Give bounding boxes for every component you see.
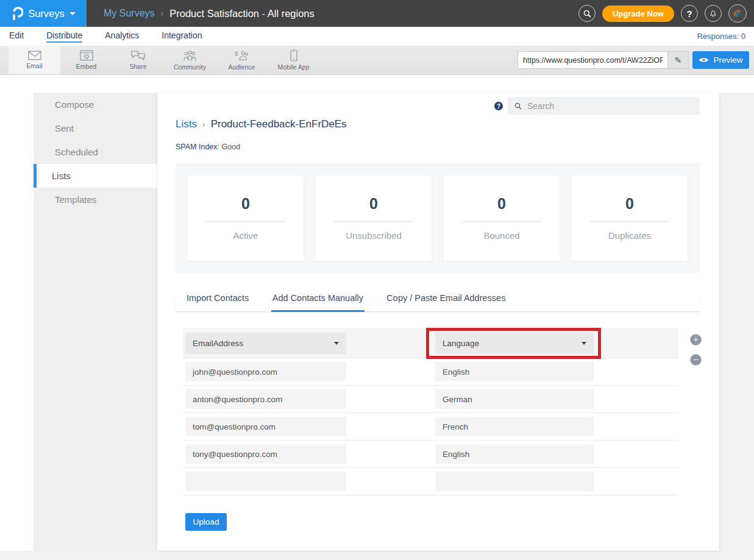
email-column-select[interactable]: EmailAddress <box>185 333 346 354</box>
edit-url-button[interactable]: ✎ <box>667 52 688 68</box>
stat-value: 0 <box>572 195 688 213</box>
chevron-down-icon <box>582 342 586 345</box>
toolbar-item-share[interactable]: Share <box>112 46 164 74</box>
stat-card-unsubscribed: 0 Unsubscribed <box>316 175 432 261</box>
tab-import-contacts[interactable]: Import Contacts <box>185 291 250 312</box>
svg-text:$: $ <box>235 50 238 57</box>
email-input[interactable] <box>185 472 346 491</box>
table-row <box>183 441 678 468</box>
search-button[interactable] <box>578 5 596 22</box>
stat-label: Active <box>188 230 304 241</box>
sidebar-item-sent[interactable]: Sent <box>34 116 157 140</box>
toolbar-item-label: Email <box>26 62 42 69</box>
toolbar-item-label: Mobile App <box>278 63 310 71</box>
language-input[interactable] <box>435 472 594 491</box>
product-name: Surveys <box>28 8 65 19</box>
help-button[interactable]: ? <box>681 5 698 22</box>
spam-index: SPAM Index: Good <box>176 143 240 151</box>
page-title: Product Satisfaction - All regions <box>169 8 315 19</box>
toolbar-item-community[interactable]: Community <box>164 46 216 74</box>
tab-distribute[interactable]: Distribute <box>46 30 82 43</box>
survey-url-group: ✎ <box>517 51 689 69</box>
toolbar-item-label: Audience <box>229 63 255 71</box>
divider <box>206 221 285 222</box>
table-row <box>183 386 678 413</box>
background-gutter-bottom <box>0 551 754 560</box>
avatar-logo-icon <box>732 8 743 19</box>
toolbar-item-embed[interactable]: Embed <box>60 46 112 74</box>
toolbar-item-audience[interactable]: $ Audience <box>216 46 268 74</box>
email-input[interactable] <box>185 362 346 381</box>
breadcrumb-separator: › <box>161 9 164 18</box>
embed-window-icon <box>80 50 93 61</box>
distribute-toolbar: Email Embed Share <box>0 46 754 75</box>
language-input[interactable] <box>435 389 594 409</box>
preview-button[interactable]: Preview <box>692 51 749 69</box>
search-input[interactable] <box>527 101 694 111</box>
breadcrumb-my-surveys[interactable]: My Surveys <box>104 8 155 19</box>
upgrade-now-button[interactable]: Upgrade Now <box>602 5 674 22</box>
user-avatar[interactable] <box>728 4 747 23</box>
contact-tabs: Import Contacts Add Contacts Manually Co… <box>176 291 700 312</box>
list-breadcrumb: Lists › Product-Feedback-EnFrDeEs <box>176 118 347 130</box>
stat-label: Unsubscribed <box>316 230 432 241</box>
people-group-icon <box>182 50 197 62</box>
topbar: Surveys My Surveys › Product Satisfactio… <box>0 0 754 27</box>
email-input[interactable] <box>185 444 346 464</box>
notifications-button[interactable] <box>705 5 722 22</box>
bell-icon <box>708 9 718 18</box>
add-row-button[interactable]: + <box>690 334 702 346</box>
tab-copy-paste-email-addresses[interactable]: Copy / Paste Email Addresses <box>385 291 507 312</box>
breadcrumb-separator: › <box>202 119 205 129</box>
envelope-icon <box>28 51 41 60</box>
questionpro-logo-icon <box>11 5 23 21</box>
sidebar-item-templates[interactable]: Templates <box>34 188 157 211</box>
breadcrumb-lists-link[interactable]: Lists <box>176 118 197 130</box>
table-header-row: EmailAddress Language <box>183 328 678 358</box>
divider <box>334 221 413 222</box>
tab-integration[interactable]: Integration <box>162 30 202 43</box>
sidebar-item-scheduled[interactable]: Scheduled <box>34 140 157 164</box>
tab-analytics[interactable]: Analytics <box>105 30 139 43</box>
toolbar-item-label: Embed <box>76 63 96 70</box>
list-search-box <box>508 97 700 115</box>
divider <box>462 221 541 222</box>
background-gutter-right <box>719 93 754 560</box>
language-column-select[interactable]: Language <box>435 333 594 354</box>
language-input[interactable] <box>435 417 594 436</box>
toolbar-item-label: Community <box>174 63 206 71</box>
table-row <box>183 468 678 495</box>
toolbar-item-email[interactable]: Email <box>9 46 60 74</box>
stat-label: Duplicates <box>572 230 688 241</box>
language-input[interactable] <box>435 444 594 464</box>
contextual-help-icon[interactable]: ? <box>494 102 503 110</box>
chat-bubbles-icon <box>130 50 146 61</box>
table-row <box>183 413 678 441</box>
toolbar-item-label: Share <box>129 63 146 70</box>
email-input[interactable] <box>185 417 346 436</box>
eye-icon <box>699 57 709 63</box>
sidebar-item-compose[interactable]: Compose <box>34 93 157 116</box>
email-column-label: EmailAddress <box>193 339 243 348</box>
spam-index-value: Good <box>222 143 241 151</box>
toolbar-item-mobile-app[interactable]: Mobile App <box>268 46 319 74</box>
email-input[interactable] <box>185 389 346 409</box>
remove-row-button[interactable]: − <box>690 354 702 366</box>
email-sidebar: Compose Sent Scheduled Lists Templates <box>34 93 157 551</box>
stat-value: 0 <box>188 195 304 213</box>
app-root: Surveys My Surveys › Product Satisfactio… <box>0 0 754 560</box>
search-icon <box>583 9 592 18</box>
breadcrumb: My Surveys › Product Satisfaction - All … <box>104 8 315 19</box>
chevron-down-icon <box>69 12 76 15</box>
survey-url-input[interactable] <box>518 52 667 68</box>
upload-button[interactable]: Upload <box>185 513 227 531</box>
tab-edit[interactable]: Edit <box>9 30 24 43</box>
spam-index-label: SPAM Index: <box>176 143 219 151</box>
sidebar-item-lists[interactable]: Lists <box>34 164 157 188</box>
product-switcher[interactable]: Surveys <box>0 0 87 27</box>
tab-add-contacts-manually[interactable]: Add Contacts Manually <box>271 291 365 312</box>
contacts-table: EmailAddress Language <box>183 328 678 495</box>
content-area: Compose Sent Scheduled Lists Templates ?… <box>0 75 754 560</box>
responses-count[interactable]: Responses: 0 <box>697 32 746 41</box>
language-input[interactable] <box>435 362 594 381</box>
